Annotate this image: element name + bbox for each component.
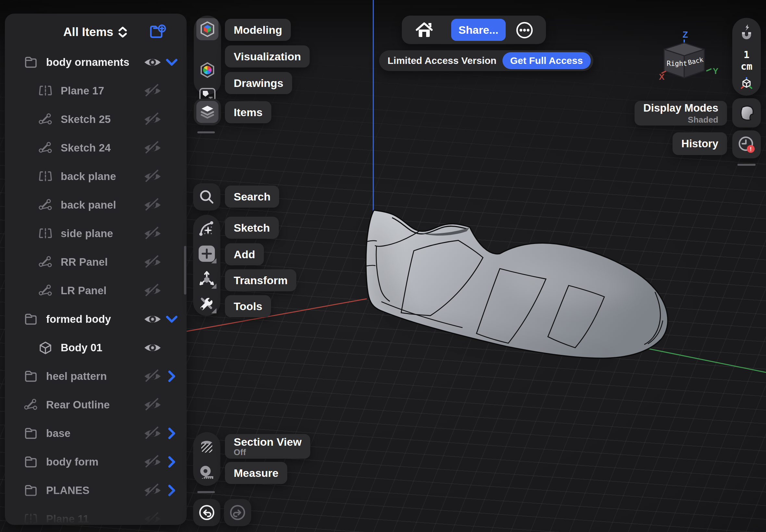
sidebar-item[interactable]: base [5,419,187,448]
sidebar-item[interactable]: back panel [5,191,187,219]
history-button[interactable]: ! [732,130,761,158]
search-label[interactable]: Search [225,186,279,208]
items-label[interactable]: Items [225,101,271,123]
visibility-eye-off-icon[interactable] [141,482,164,499]
sidebar-item[interactable]: Body 01 [5,333,187,362]
sketch-tool-icon[interactable] [196,217,218,239]
sidebar-item[interactable]: heel pattern [5,362,187,391]
item-type-icon [23,55,38,70]
axis-z-label: Z [683,30,688,40]
visibility-eye-off-icon[interactable] [141,368,164,385]
visibility-eye-off-icon[interactable] [141,425,164,442]
visibility-eye-off-icon[interactable] [141,139,164,157]
sidebar-item[interactable]: RR Panel [5,248,187,276]
chevron-right-icon[interactable] [163,482,180,499]
svg-text:!: ! [750,146,752,152]
chevron-down-icon[interactable] [163,311,180,328]
sidebar-header: All Items [5,21,187,43]
sidebar-item-label: Plane 11 [46,513,89,525]
transform-label[interactable]: Transform [225,269,296,291]
visibility-eye-off-icon[interactable] [141,453,164,471]
home-icon[interactable] [415,21,434,39]
items-panel-toggle[interactable] [194,99,221,125]
redo-button[interactable] [224,499,251,526]
sidebar-item-label: heel pattern [46,370,107,382]
orientation-cube[interactable]: Z Right Back X Y [659,29,719,84]
visibility-eye-icon[interactable] [141,339,164,357]
tools-label[interactable]: Tools [225,295,271,317]
sidebar-item-label: Sketch 25 [61,113,111,126]
visibility-eye-off-icon[interactable] [141,282,164,299]
sidebar-item-label: body ornaments [46,56,129,68]
visibility-eye-off-icon[interactable] [141,253,164,271]
sidebar-title: All Items [63,25,113,39]
share-button[interactable]: Share... [451,19,506,41]
visibility-eye-icon[interactable] [141,310,164,328]
visibility-eye-off-icon[interactable] [141,225,164,242]
sketch-label[interactable]: Sketch [225,217,279,239]
section-view-label[interactable]: Section View Off [225,434,310,459]
history-label[interactable]: History [673,132,727,155]
visualization-tab-icon[interactable] [196,59,218,81]
modeling-label[interactable]: Modeling [225,19,291,41]
visibility-eye-icon[interactable] [141,54,164,71]
sidebar-item[interactable]: body ornaments [5,48,187,77]
rail-drag-handle-2[interactable] [197,491,215,493]
more-options-icon[interactable] [516,21,534,39]
visibility-eye-off-icon[interactable] [141,111,164,128]
display-modes-button[interactable] [732,98,761,127]
visibility-eye-off-icon[interactable] [141,82,164,100]
sidebar-item[interactable]: body form [5,448,187,476]
visibility-eye-off-icon[interactable] [141,396,164,414]
measure-label[interactable]: Measure [225,462,287,484]
sidebar-item[interactable]: PLANES [5,476,187,505]
add-folder-icon[interactable] [149,24,166,40]
limited-access-banner: Limited Access Version Get Full Access [379,50,593,71]
search-icon [199,189,215,205]
visualization-label[interactable]: Visualization [225,45,310,67]
chevron-down-icon[interactable] [163,54,180,71]
sidebar-item-label: Body 01 [61,342,102,354]
transform-tool-icon[interactable] [196,268,218,290]
sidebar-scrollbar[interactable] [184,246,186,295]
section-view-icon[interactable] [196,435,218,457]
cube-face-right-label: Right [667,60,687,67]
add-tool-icon[interactable] [196,243,218,265]
sidebar-item[interactable]: back plane [5,162,187,191]
sidebar-item[interactable]: Plane 17 [5,77,187,105]
item-type-icon [38,83,53,98]
chevron-right-icon[interactable] [163,368,180,385]
measure-icon[interactable] [196,461,218,483]
undo-button[interactable] [193,499,220,526]
axis-orientation-icon[interactable] [738,76,755,92]
add-label[interactable]: Add [225,243,264,265]
top-toolbar: Share... [402,16,546,44]
sidebar-item[interactable]: Rear Outline [5,391,187,419]
tools-tool-icon[interactable] [196,293,218,315]
get-full-access-button[interactable]: Get Full Access [503,52,591,69]
right-rail-drag-handle[interactable] [737,164,756,166]
sidebar-item[interactable]: formed body [5,305,187,333]
sidebar-item-label: RR Panel [61,256,108,268]
chevron-right-icon[interactable] [163,453,180,470]
modeling-tab-icon[interactable] [196,18,218,40]
visibility-eye-off-icon[interactable] [141,196,164,214]
sidebar-item-label: back panel [61,199,116,211]
axis-x-label: X [659,72,665,82]
snap-unit-pill: 1cm [732,18,761,96]
chevron-right-icon[interactable] [163,425,180,442]
sidebar-item[interactable]: Sketch 24 [5,134,187,162]
display-modes-label[interactable]: Display Modes Shaded [635,101,727,126]
sidebar-item[interactable]: side plane [5,219,187,248]
sidebar-item-label: Plane 17 [61,85,104,97]
sidebar-item[interactable]: LR Panel [5,276,187,305]
snap-magnet-icon[interactable] [739,24,754,41]
grid-unit-value[interactable]: 1cm [732,49,761,72]
drawings-label[interactable]: Drawings [225,72,292,94]
sidebar-item-label: Rear Outline [46,399,110,411]
search-button[interactable] [193,183,220,211]
visibility-eye-off-icon[interactable] [141,168,164,185]
sidebar-item[interactable]: Sketch 25 [5,105,187,134]
rail-drag-handle[interactable] [197,131,215,133]
app-window: { "colors": { "accent_blue": "#3d6bf2", … [0,0,766,532]
